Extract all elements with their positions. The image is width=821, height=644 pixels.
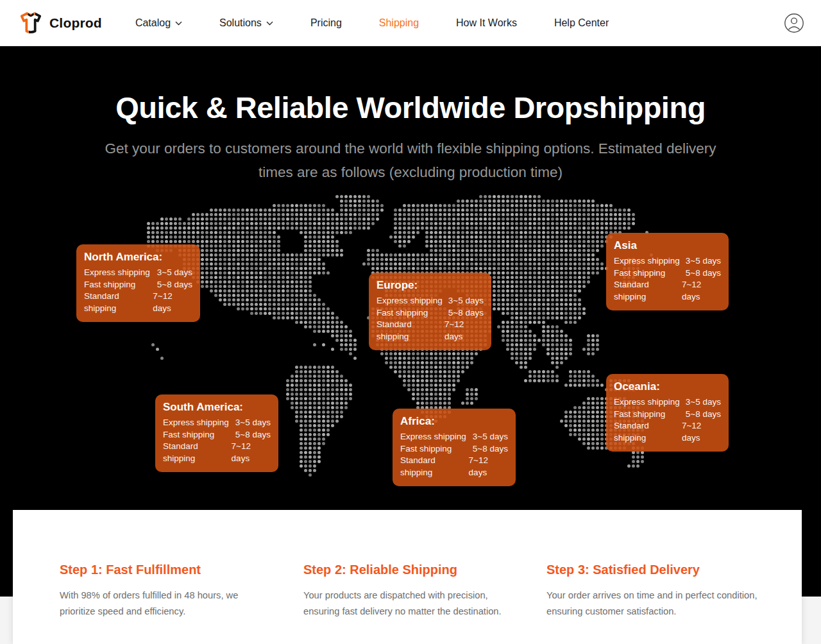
nav-item-label: Solutions <box>219 17 262 29</box>
steps-panel: Step 1: Fast FulfillmentWith 98% of orde… <box>13 510 802 644</box>
step-title: Step 2: Reliable Shipping <box>303 563 525 577</box>
shipping-row: Fast shipping5~8 days <box>84 279 192 291</box>
shipping-row: Express shipping3~5 days <box>614 255 721 267</box>
shipping-days-value: 3~5 days <box>448 295 484 307</box>
shipping-days-value: 5~8 days <box>686 267 721 280</box>
shipping-days-value: 3~5 days <box>473 431 508 443</box>
shipping-days-value: 3~5 days <box>686 255 721 267</box>
step-3: Step 3: Satisfied DeliveryYour order arr… <box>546 563 768 620</box>
shipping-row: Fast shipping5~8 days <box>163 429 271 441</box>
nav-item-label: Catalog <box>135 17 171 29</box>
shipping-row: Standard shipping7~12 days <box>84 291 192 314</box>
step-description-line: prioritize speed and efficiency. <box>60 604 281 620</box>
shipping-row: Express shipping3~5 days <box>84 267 192 279</box>
shipping-row: Fast shipping5~8 days <box>400 443 508 455</box>
user-circle-icon <box>784 13 804 33</box>
shipping-method-label: Express shipping <box>163 417 229 429</box>
shipping-row: Express shipping3~5 days <box>163 417 271 429</box>
nav-item-help-center[interactable]: Help Center <box>554 17 609 29</box>
top-nav: Cloprod CatalogSolutionsPricingShippingH… <box>0 0 821 46</box>
shipping-days-value: 5~8 days <box>448 307 484 319</box>
step-1: Step 1: Fast FulfillmentWith 98% of orde… <box>60 563 281 620</box>
shipping-method-label: Express shipping <box>400 431 466 443</box>
shipping-method-label: Fast shipping <box>84 279 135 291</box>
nav-item-shipping[interactable]: Shipping <box>379 17 419 29</box>
nav-item-label: Help Center <box>554 17 609 29</box>
shipping-method-label: Standard shipping <box>84 291 153 314</box>
shipping-method-label: Standard shipping <box>377 319 444 343</box>
shipping-days-value: 3~5 days <box>235 417 271 429</box>
chevron-down-icon <box>266 21 273 26</box>
region-card-europe: Europe:Express shipping3~5 daysFast ship… <box>369 273 491 350</box>
shipping-method-label: Standard shipping <box>614 420 682 444</box>
shipping-method-label: Express shipping <box>84 267 150 279</box>
step-description-line: With 98% of orders fulfilled in 48 hours… <box>60 588 281 604</box>
account-button[interactable] <box>784 13 804 33</box>
shipping-method-label: Fast shipping <box>400 443 452 455</box>
region-card-asia: AsiaExpress shipping3~5 daysFast shippin… <box>606 233 729 310</box>
hero-title: Quick & Reliable Worldwide Dropshipping <box>0 46 821 125</box>
region-card-north-america: North America:Express shipping3~5 daysFa… <box>76 244 200 322</box>
shipping-method-label: Express shipping <box>614 396 680 409</box>
shipping-days-value: 7~12 days <box>682 420 721 444</box>
tshirt-logo-icon <box>18 10 44 36</box>
shipping-method-label: Standard shipping <box>614 279 682 303</box>
shipping-days-value: 7~12 days <box>232 441 271 464</box>
shipping-days-value: 7~12 days <box>469 455 508 479</box>
shipping-method-label: Express shipping <box>614 255 680 267</box>
step-title: Step 3: Satisfied Delivery <box>546 563 768 577</box>
shipping-row: Standard shipping7~12 days <box>614 420 721 444</box>
shipping-row: Express shipping3~5 days <box>377 295 484 307</box>
shipping-days-value: 3~5 days <box>686 396 721 409</box>
nav-item-label: How It Works <box>456 17 517 29</box>
shipping-days-value: 7~12 days <box>153 291 192 314</box>
nav-item-how-it-works[interactable]: How It Works <box>456 17 517 29</box>
step-description-line: ensuring customer satisfaction. <box>546 604 768 620</box>
nav-item-catalog[interactable]: Catalog <box>135 17 182 29</box>
step-title: Step 1: Fast Fulfillment <box>60 563 281 577</box>
nav-item-solutions[interactable]: Solutions <box>219 17 273 29</box>
step-2: Step 2: Reliable ShippingYour products a… <box>303 563 525 620</box>
shipping-row: Fast shipping5~8 days <box>614 267 721 280</box>
shipping-row: Standard shipping7~12 days <box>163 441 271 464</box>
shipping-days-value: 7~12 days <box>682 279 721 303</box>
shipping-row: Standard shipping7~12 days <box>377 319 484 343</box>
step-description-line: Your products are dispatched with precis… <box>303 588 525 604</box>
shipping-method-label: Standard shipping <box>400 455 469 479</box>
shipping-method-label: Express shipping <box>377 295 443 307</box>
shipping-method-label: Standard shipping <box>163 441 232 464</box>
shipping-days-value: 7~12 days <box>444 319 484 343</box>
shipping-row: Express shipping3~5 days <box>400 431 508 443</box>
shipping-row: Standard shipping7~12 days <box>400 455 508 479</box>
shipping-days-value: 5~8 days <box>473 443 508 455</box>
region-title: Europe: <box>377 279 484 292</box>
chevron-down-icon <box>175 21 182 26</box>
shipping-row: Standard shipping7~12 days <box>614 279 721 303</box>
brand-name: Cloprod <box>49 15 102 31</box>
shipping-days-value: 5~8 days <box>235 429 271 441</box>
region-title: Oceania: <box>614 380 721 393</box>
step-description-line: Your order arrives on time and in perfec… <box>546 588 768 604</box>
main-nav: CatalogSolutionsPricingShippingHow It Wo… <box>135 17 646 29</box>
shipping-row: Fast shipping5~8 days <box>614 409 721 421</box>
step-description-line: ensuring fast delivery no matter the des… <box>303 604 525 620</box>
region-title: Asia <box>614 239 721 252</box>
shipping-row: Express shipping3~5 days <box>614 396 721 409</box>
shipping-days-value: 5~8 days <box>686 409 721 421</box>
shipping-method-label: Fast shipping <box>614 409 665 421</box>
nav-item-pricing[interactable]: Pricing <box>310 17 342 29</box>
region-card-africa: Africa:Express shipping3~5 daysFast ship… <box>393 409 516 486</box>
shipping-days-value: 5~8 days <box>157 279 192 291</box>
nav-item-label: Pricing <box>310 17 342 29</box>
hero-subtitle: Get your orders to customers around the … <box>0 137 821 184</box>
region-title: South America: <box>163 401 271 414</box>
brand-logo[interactable]: Cloprod <box>18 10 102 36</box>
region-title: North America: <box>84 251 192 264</box>
shipping-method-label: Fast shipping <box>163 429 214 441</box>
region-title: Africa: <box>400 415 508 428</box>
shipping-days-value: 3~5 days <box>157 267 192 279</box>
shipping-method-label: Fast shipping <box>614 267 665 280</box>
region-card-oceania: Oceania:Express shipping3~5 daysFast shi… <box>606 374 729 452</box>
shipping-row: Fast shipping5~8 days <box>377 307 484 319</box>
region-card-south-america: South America:Express shipping3~5 daysFa… <box>155 394 278 472</box>
